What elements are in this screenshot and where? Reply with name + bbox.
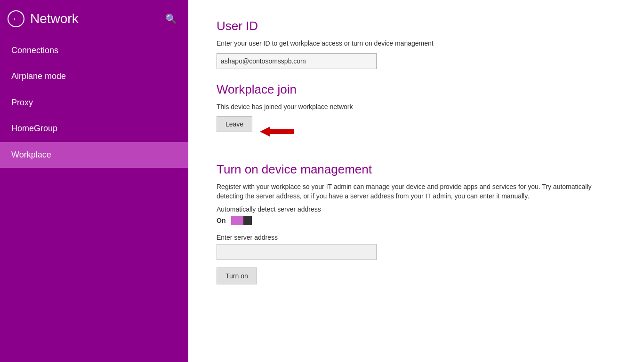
- leave-row: Leave: [217, 116, 616, 147]
- server-address-label: Enter server address: [217, 234, 616, 241]
- red-arrow-icon: [260, 124, 298, 140]
- arrow-annotation: [260, 124, 298, 140]
- sidebar-item-airplane-mode[interactable]: Airplane mode: [0, 63, 188, 89]
- auto-detect-row: Automatically detect server address On: [217, 205, 616, 225]
- sidebar-item-homegroup[interactable]: HomeGroup: [0, 116, 188, 142]
- device-management-section: Turn on device management Register with …: [217, 162, 616, 284]
- back-arrow-icon: ←: [12, 15, 20, 23]
- server-address-row: Enter server address: [217, 234, 616, 260]
- toggle-thumb: [243, 216, 248, 225]
- search-icon[interactable]: 🔍: [163, 11, 179, 26]
- user-id-section: User ID Enter your user ID to get workpl…: [217, 19, 616, 82]
- sidebar: ← Network 🔍 Connections Airplane mode Pr…: [0, 0, 188, 362]
- turn-on-button[interactable]: Turn on: [217, 268, 257, 284]
- user-id-input[interactable]: [217, 53, 377, 69]
- sidebar-header: ← Network 🔍: [0, 0, 188, 38]
- auto-detect-toggle[interactable]: [231, 216, 252, 225]
- main-content: User ID Enter your user ID to get workpl…: [188, 0, 644, 362]
- toggle-state-label: On: [217, 217, 225, 224]
- toggle-row: On: [217, 216, 616, 225]
- user-id-title: User ID: [217, 19, 616, 33]
- workplace-join-section: Workplace join This device has joined yo…: [217, 82, 616, 148]
- workplace-join-status: This device has joined your workplace ne…: [217, 102, 616, 112]
- device-management-description: Register with your workplace so your IT …: [217, 182, 616, 201]
- sidebar-item-workplace[interactable]: Workplace: [0, 142, 188, 168]
- svg-marker-1: [260, 126, 294, 137]
- sidebar-title: Network: [30, 11, 158, 26]
- device-management-title: Turn on device management: [217, 162, 616, 177]
- user-id-description: Enter your user ID to get workplace acce…: [217, 39, 616, 48]
- workplace-join-title: Workplace join: [217, 82, 616, 97]
- back-button[interactable]: ←: [8, 10, 24, 27]
- sidebar-item-connections[interactable]: Connections: [0, 38, 188, 63]
- leave-button[interactable]: Leave: [217, 116, 252, 132]
- auto-detect-label: Automatically detect server address: [217, 205, 616, 213]
- toggle-track: [231, 216, 252, 225]
- sidebar-item-proxy[interactable]: Proxy: [0, 90, 188, 116]
- server-address-input[interactable]: [217, 244, 377, 260]
